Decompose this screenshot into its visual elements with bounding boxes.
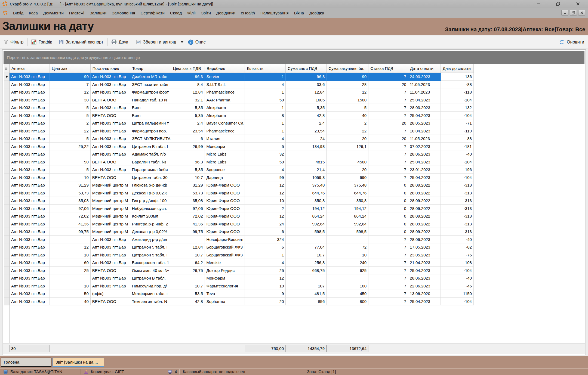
- cell[interactable]: Апт №003 пгт.Бар: [91, 150, 130, 158]
- cell[interactable]: Доктор Реддис: [205, 267, 245, 275]
- cell[interactable]: 10: [50, 282, 91, 290]
- table-row[interactable]: Апт №003 пгт.Бар5Апт №003 пгт.БарБинт5,3…: [4, 104, 474, 112]
- table-row[interactable]: Апт №003 пгт.Бар2Апт №003 пгт.БарЦитра К…: [4, 119, 474, 127]
- cell[interactable]: 25: [50, 267, 91, 275]
- cell[interactable]: ВЕНТА ООО: [91, 96, 130, 104]
- cell[interactable]: 10.04.2023: [408, 127, 441, 135]
- table-row[interactable]: Апт №003 пгт.Бар22Апт №003 пгт.БарФармац…: [4, 127, 474, 135]
- cell[interactable]: 11.04.2023: [408, 88, 441, 96]
- column-header-6[interactable]: Виробник: [205, 64, 245, 73]
- menu-item-2[interactable]: Каса: [26, 10, 41, 16]
- cell[interactable]: 1: [245, 251, 286, 259]
- restore-icon[interactable]: [555, 1, 561, 7]
- cell[interactable]: Бинт: [130, 104, 171, 112]
- cell[interactable]: Рингера р-р инф. 2: [130, 220, 171, 228]
- cell[interactable]: 5: [245, 143, 286, 151]
- cell[interactable]: Alexpharm: [205, 104, 245, 112]
- cell[interactable]: 2,4: [286, 119, 327, 127]
- cell[interactable]: -88: [441, 135, 474, 143]
- cell[interactable]: 30: [50, 96, 91, 104]
- description-button[interactable]: Опис: [185, 37, 209, 47]
- cell[interactable]: [327, 236, 368, 244]
- cell[interactable]: 53,5: [171, 290, 205, 298]
- cell[interactable]: -196: [441, 166, 474, 174]
- cell[interactable]: 194,12: [327, 205, 368, 213]
- cell[interactable]: 72: [327, 243, 368, 251]
- table-row[interactable]: Апт №003 пгт.Бар10Апт №003 пгт.БарНимесу…: [4, 282, 474, 290]
- cell[interactable]: 50: [245, 96, 286, 104]
- cell[interactable]: Апт №003 пгт.Бар: [91, 282, 130, 290]
- cell[interactable]: 12: [50, 88, 91, 96]
- cell[interactable]: Апт №003 пгт.Бар: [91, 135, 130, 143]
- cell[interactable]: 28.09.2022: [408, 220, 441, 228]
- cell[interactable]: AAR Pharma: [205, 96, 245, 104]
- cell[interactable]: 28.09.2022: [408, 205, 441, 213]
- cell[interactable]: 7: [368, 298, 408, 306]
- cell[interactable]: Медичний центр М: [91, 228, 130, 236]
- table-row[interactable]: Апт №003 пгт.БарАпт №003 пгт.БарАдамакс …: [4, 150, 474, 158]
- chart-button[interactable]: Графік: [28, 37, 55, 47]
- cell[interactable]: 1059,3: [286, 174, 327, 182]
- cell[interactable]: Парацетамол беби: [130, 166, 171, 174]
- cell[interactable]: 25.04.2023: [408, 158, 441, 166]
- cell[interactable]: 12: [245, 274, 286, 282]
- cell[interactable]: 99: [245, 174, 286, 182]
- cell[interactable]: 25,22: [50, 143, 91, 151]
- cell[interactable]: 72,02: [50, 212, 91, 220]
- cell[interactable]: -104: [441, 158, 474, 166]
- cell[interactable]: 26,99: [171, 143, 205, 151]
- cell[interactable]: 7: [368, 174, 408, 182]
- cell[interactable]: 7: [368, 282, 408, 290]
- cell[interactable]: 21,4: [286, 166, 327, 174]
- cell[interactable]: -313: [441, 212, 474, 220]
- cell[interactable]: 856: [286, 298, 327, 306]
- cell[interactable]: 25.04.2023: [408, 174, 441, 182]
- cell[interactable]: 40: [327, 112, 368, 120]
- cell[interactable]: 99,75: [50, 228, 91, 236]
- cell[interactable]: Апт №003 пгт.Бар: [10, 267, 50, 275]
- cell[interactable]: 25.04.2023: [408, 112, 441, 120]
- cell[interactable]: 42,8: [171, 298, 205, 306]
- cell[interactable]: Борщаговский ХФЗ: [205, 243, 245, 251]
- cell[interactable]: Апт №003 пгт.Бар: [91, 119, 130, 127]
- cell[interactable]: Метформин табл. г: [130, 290, 171, 298]
- save-view-button[interactable]: Зберегти вигляд: [133, 37, 180, 47]
- cell[interactable]: 4: [245, 135, 286, 143]
- cell[interactable]: Апт №003 пгт.Бар: [10, 274, 50, 282]
- column-header-3[interactable]: Постачальник: [91, 64, 130, 73]
- print-button[interactable]: Друк: [108, 37, 131, 47]
- cell[interactable]: 7: [368, 259, 408, 267]
- table-row[interactable]: Апт №003 пгт.Бар5Апт №003 пгт.БарЗЕСТ МУ…: [4, 135, 474, 143]
- menu-item-7[interactable]: Сертифікати: [138, 10, 167, 16]
- minimize-icon[interactable]: [535, 1, 541, 7]
- cell[interactable]: 990: [327, 174, 368, 182]
- cell[interactable]: Апт №003 пгт.Бар: [10, 166, 50, 174]
- cell[interactable]: Диабетон MR табл: [130, 73, 171, 81]
- cell[interactable]: Омез амп. 40 мл №: [130, 267, 171, 275]
- cell[interactable]: 7: [368, 243, 408, 251]
- table-row[interactable]: Апт №003 пгт.Бар10Апт №003 пгт.БарЦитрам…: [4, 251, 474, 259]
- cell[interactable]: 0: [368, 181, 408, 189]
- cell[interactable]: Цитрамон В табл.: [130, 274, 171, 282]
- cell[interactable]: Апт №003 пгт.Бар: [91, 127, 130, 135]
- cell[interactable]: 450: [327, 290, 368, 298]
- cell[interactable]: Апт №003 пгт.Бар: [10, 282, 50, 290]
- cell[interactable]: Бисопролол табл. 1: [130, 259, 171, 267]
- cell[interactable]: 20: [368, 119, 408, 127]
- cell[interactable]: 20: [368, 81, 408, 89]
- cell[interactable]: Апт №003 пгт.Бар: [91, 104, 130, 112]
- menu-item-12[interactable]: eHealth: [238, 10, 258, 16]
- cell[interactable]: 0: [368, 205, 408, 213]
- cell[interactable]: Монфарм: [205, 143, 245, 151]
- cell[interactable]: Юрия-Фарм ООО: [205, 197, 245, 205]
- table-row[interactable]: Апт №003 пгт.Бар35,08Медичний центр МГик…: [4, 197, 474, 205]
- cell[interactable]: ВЕНТА ООО: [91, 267, 130, 275]
- cell[interactable]: 10,7: [171, 251, 205, 259]
- cell[interactable]: 17.05.2023: [408, 243, 441, 251]
- cell[interactable]: 28.05.2023: [408, 119, 441, 127]
- cell[interactable]: 1: [245, 119, 286, 127]
- cell[interactable]: Апт №003 пгт.Бар: [10, 112, 50, 120]
- cell[interactable]: 2,4: [171, 119, 205, 127]
- menu-item-1[interactable]: Вихід: [10, 10, 26, 16]
- cell[interactable]: 12: [245, 181, 286, 189]
